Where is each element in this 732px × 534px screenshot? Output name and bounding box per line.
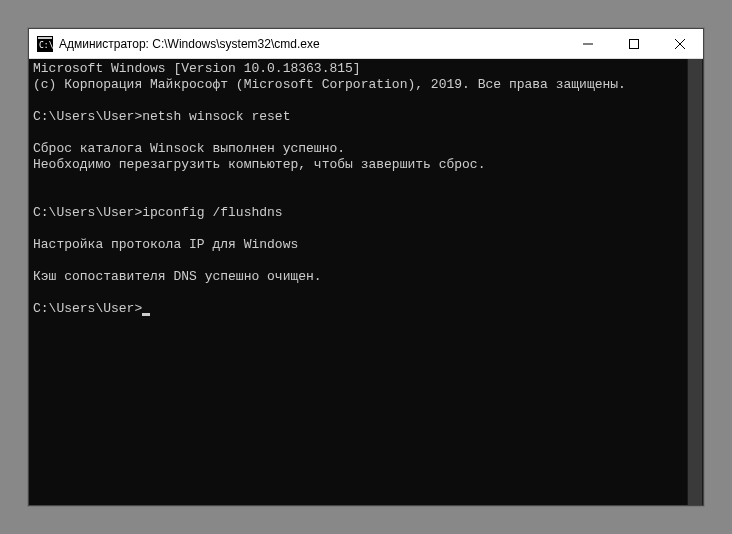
scrollbar[interactable] <box>687 59 703 505</box>
terminal-line <box>33 125 683 141</box>
terminal-line: C:\Users\User>netsh winsock reset <box>33 109 683 125</box>
terminal-cursor <box>142 313 150 316</box>
cmd-icon: C:\ <box>37 36 53 52</box>
terminal-output[interactable]: Microsoft Windows [Version 10.0.18363.81… <box>29 59 687 505</box>
terminal-line <box>33 173 683 189</box>
window-controls <box>565 29 703 58</box>
terminal-line: (c) Корпорация Майкрософт (Microsoft Cor… <box>33 77 683 93</box>
terminal-prompt: C:\Users\User> <box>33 301 142 316</box>
terminal-line <box>33 93 683 109</box>
titlebar[interactable]: C:\ Администратор: C:\Windows\system32\c… <box>29 29 703 59</box>
terminal-prompt-line[interactable]: C:\Users\User> <box>33 301 683 317</box>
terminal-line <box>33 189 683 205</box>
terminal-line: Кэш сопоставителя DNS успешно очищен. <box>33 269 683 285</box>
terminal-line: Настройка протокола IP для Windows <box>33 237 683 253</box>
maximize-button[interactable] <box>611 29 657 58</box>
svg-text:C:\: C:\ <box>39 41 53 50</box>
terminal-line: Необходимо перезагрузить компьютер, чтоб… <box>33 157 683 173</box>
terminal-line <box>33 285 683 301</box>
minimize-button[interactable] <box>565 29 611 58</box>
window-title: Администратор: C:\Windows\system32\cmd.e… <box>59 37 565 51</box>
terminal-line: C:\Users\User>ipconfig /flushdns <box>33 205 683 221</box>
scrollbar-thumb[interactable] <box>688 59 702 505</box>
terminal-line: Microsoft Windows [Version 10.0.18363.81… <box>33 61 683 77</box>
svg-rect-1 <box>38 37 52 39</box>
terminal-line: Сброс каталога Winsock выполнен успешно. <box>33 141 683 157</box>
cmd-window: C:\ Администратор: C:\Windows\system32\c… <box>28 28 704 506</box>
terminal-line <box>33 253 683 269</box>
close-button[interactable] <box>657 29 703 58</box>
svg-rect-4 <box>630 39 639 48</box>
terminal-area: Microsoft Windows [Version 10.0.18363.81… <box>29 59 703 505</box>
terminal-line <box>33 221 683 237</box>
